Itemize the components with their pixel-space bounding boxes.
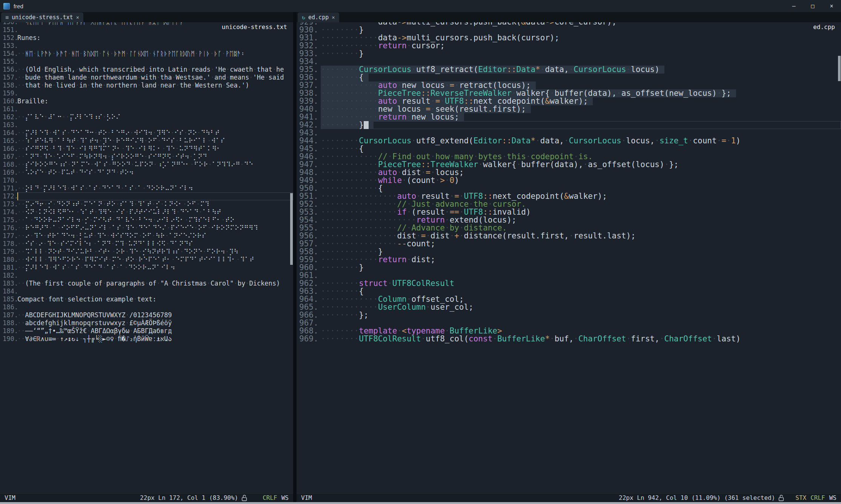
code-line[interactable]: 939.············auto·result·=·UTF8::next… [297, 97, 841, 105]
encoding-badge[interactable]: STX [795, 494, 806, 501]
eol-badge[interactable]: CRLF [263, 494, 277, 501]
code-line[interactable]: 966.········}; [297, 311, 841, 319]
code-line[interactable]: 176.··⠗⠑⠛⠜⠙·⠁·⠊⠕⠋⠋⠔⠤⠝⠁⠊⠇·⠁⠎·⠹⠑·⠙⠑⠁⠙⠑⠌·⠏⠊… [0, 224, 293, 232]
code-line[interactable]: 953.················if·(result·==·UTF8::… [297, 208, 841, 216]
vertical-scrollbar-thumb[interactable] [290, 193, 293, 265]
code-line[interactable]: 173.··⡍⠔⠙⠖·⡊·⠙⠕⠝⠰⠞·⠍⠑⠁⠝·⠞⠕·⠎⠁⠹·⠹⠁⠞·⡊·⠅⠝⠪… [0, 200, 293, 208]
code-line[interactable]: 179.··⠩⠁⠇⠇·⠝⠕⠞·⠙⠊⠌⠥⠗⠃·⠊⠞⠂·⠕⠗·⠹⠑·⡊⠳⠝⠞⠗⠹⠰⠎… [0, 248, 293, 256]
code-line[interactable]: 932.············return·cursor; [297, 42, 841, 50]
code-line[interactable]: 933.········} [297, 50, 841, 58]
editor-ed-cpp[interactable]: ed.cpp 929.············data->multi_curso… [297, 22, 841, 493]
code-line[interactable]: 160.Braille: [0, 97, 293, 105]
tab-unicode-stress-txt[interactable]: ≡ unicode-stress.txt × [1, 12, 83, 22]
code-line[interactable]: 178.··⠊⠎·⠔·⠹⠑·⠎⠊⠍⠊⠇⠑⠆·⠁⠝⠙·⠍⠹·⠥⠝⠙⠁⠇⠇⠪⠫·⠙⠁… [0, 240, 293, 248]
code-line[interactable]: 174.··⠪⠝·⠅⠝⠪⠇⠫⠛⠑⠂·⠱⠁⠞·⠹⠻⠑·⠊⠎·⠏⠜⠞⠊⠊⠥⠇⠜⠇⠹·… [0, 208, 293, 216]
code-line[interactable]: 164.··⡍⠜⠇⠑⠹·⠺⠁⠎·⠙⠑⠁⠙⠒·⠞⠕·⠃⠑⠛⠔·⠺⠊⠹⠲·⡹⠻⠑·⠊… [0, 129, 293, 137]
tab-close-icon[interactable]: × [332, 14, 335, 20]
code-line[interactable]: 182. [0, 272, 293, 280]
minimize-button[interactable]: — [784, 0, 803, 12]
code-line[interactable]: 158.··that·he·lived·in·the·northern·land… [0, 81, 293, 89]
code-line[interactable]: 180.··⠺⠊⠇⠇·⠹⠻⠑⠋⠕⠗⠑·⠏⠻⠍⠊⠞·⠍⠑·⠞⠕·⠗⠑⠏⠑⠁⠞⠂·⠑… [0, 256, 293, 264]
horizontal-scrollbar[interactable] [0, 502, 841, 504]
code-line[interactable]: 944.········CursorLocus·utf8_extend(Edit… [297, 137, 841, 145]
code-line[interactable]: 940.············new_locus·=·seek(result.… [297, 105, 841, 113]
code-line[interactable]: 954.····················return·extend(lo… [297, 216, 841, 224]
code-line[interactable]: 186. [0, 303, 293, 311]
code-line[interactable]: 183.··(The·first·couple·of·paragraphs·of… [0, 280, 293, 287]
code-line[interactable]: 170. [0, 177, 293, 184]
code-line[interactable]: 930.········} [297, 26, 841, 34]
maximize-button[interactable]: □ [803, 0, 822, 12]
code-line[interactable]: 163. [0, 121, 293, 129]
titlebar[interactable]: fred — □ × [0, 0, 841, 12]
code-line[interactable]: 185.Compact·font·selection·example·text: [0, 295, 293, 303]
code-line[interactable]: 162.··⡌⠁⠧⠑·⠼⠁⠒··⡍⠜⠇⠑⠹⠰⠎·⡣⠕⠌ [0, 113, 293, 121]
code-line[interactable]: 161. [0, 105, 293, 113]
code-line[interactable]: 165.··⠱⠁⠞⠑⠧⠻·⠁⠃⠳⠞·⠹⠁⠞⠲·⡹⠑·⠗⠑⠛⠊⠌⠻·⠕⠋·⠙⠊⠎·… [0, 137, 293, 145]
editor-unicode-stress[interactable]: unicode-stress.txt 150.··ᛋᚳᛖᚪᛚ᛫ᚦᛖᚪᚻ᛫ᛗᚪᚾᚾ… [0, 22, 293, 493]
code-line[interactable]: 948.············auto·dist·=·locus; [297, 169, 841, 177]
code-line[interactable]: 937.············auto·new_locus·=·retract… [297, 81, 841, 89]
code-line[interactable]: 169.··⠡⠕⠎⠑·⠞⠕·⠏⠥⠞·⠙⠊⠎·⠙⠁⠝⠙·⠞⠕⠲ [0, 169, 293, 177]
code-line[interactable]: 969.········UTF8ColResult·utf8_col(const… [297, 335, 841, 343]
code-line[interactable]: 154.··ᚻᛖ·ᚳᚹᚫᚦ·ᚦᚫᛏ·ᚻᛖ·ᛒᚢᛞᛖ·ᚩᚾ·ᚦᚫᛗ·ᛚᚪᚾᛞᛖ·ᚾ… [0, 50, 293, 58]
code-line[interactable]: 963.········{ [297, 287, 841, 295]
code-line[interactable]: 967. [297, 319, 841, 327]
code-line[interactable]: 931.············data->multi_cursors.push… [297, 34, 841, 42]
whitespace-badge[interactable]: WS [829, 494, 836, 501]
code-line[interactable]: 960.········} [297, 264, 841, 272]
code-line[interactable]: 955.················//·Advance·by·distan… [297, 224, 841, 232]
code-line[interactable]: 942.········} [297, 121, 841, 129]
code-line[interactable]: 946.············//·Find·out·how·many·byt… [297, 153, 841, 161]
code-line[interactable]: 190.··∀∂∈ℝ∧∪≡∞·↑↗↨↻⇣·┐┼╔╘░►☺♀·ﬁ�⑀₂ἠḂӥẄɐː… [0, 335, 293, 343]
whitespace-dot: · [340, 334, 345, 343]
code-line[interactable]: 157.··bude·thaem·lande·northweardum·with… [0, 74, 293, 81]
code-line[interactable]: 934. [297, 58, 841, 66]
code-line[interactable]: 968.········template·<typename·BufferLik… [297, 327, 841, 335]
code-line[interactable]: 956.················dist·=·dist·+·distan… [297, 232, 841, 240]
code-line[interactable]: 950.············{ [297, 184, 841, 192]
code-line[interactable]: 189.··–—‘“”„†•…‰™œŠŸž€·ΑΒΓΔΩαβγδω·АБВГДа… [0, 327, 293, 335]
code-line[interactable]: 941.············return·new_locus; [297, 113, 841, 121]
code-line[interactable]: 172. [0, 192, 293, 200]
code-line[interactable]: 155. [0, 58, 293, 66]
code-line[interactable]: 159. [0, 89, 293, 97]
code-line[interactable]: 152.Runes: [0, 34, 293, 42]
close-button[interactable]: × [822, 0, 841, 12]
code-line[interactable]: 187.··ABCDEFGHIJKLMNOPQRSTUVWXYZ·/012345… [0, 311, 293, 319]
code-line[interactable]: 951.················auto·result·=·UTF8::… [297, 192, 841, 200]
whitespace-badge[interactable]: WS [281, 494, 289, 501]
code-line[interactable]: 958.············} [297, 248, 841, 256]
code-line[interactable]: 935.········CursorLocus·utf8_retract(Edi… [297, 66, 841, 74]
code-line[interactable]: 929.············data->multi_cursors.push… [297, 22, 841, 26]
tab-close-icon[interactable]: × [76, 14, 79, 20]
code-line[interactable]: 175.··⠁·⠙⠕⠕⠗⠤⠝⠁⠊⠇⠲·⡊·⠍⠊⠣⠞·⠙⠁⠧⠑·⠃⠑⠲·⠔⠊⠇⠔⠫… [0, 216, 293, 224]
code-line[interactable]: 936.········{ [297, 74, 841, 81]
code-line[interactable]: 964.············Column·offset_col; [297, 295, 841, 303]
code-line[interactable]: 961. [297, 272, 841, 280]
code-line[interactable]: 957.················--count; [297, 240, 841, 248]
code-line[interactable]: 166.··⠎⠊⠛⠝⠫·⠃⠹·⠹⠑·⠊⠇⠻⠛⠹⠍⠁⠝⠂·⠹⠑·⠊⠇⠻⠅⠂·⠹⠑·… [0, 145, 293, 153]
code-line[interactable]: 177.··⠔·⠹⠑·⠞⠗⠁⠙⠑⠲·⡃⠥⠞·⠹⠑·⠺⠊⠎⠙⠕⠍·⠕⠋·⠳⠗·⠁⠝… [0, 232, 293, 240]
code-line[interactable]: 949.············while·(count·>·0) [297, 177, 841, 184]
code-line[interactable]: 943. [297, 129, 841, 137]
code-line[interactable]: 945.········{ [297, 145, 841, 153]
code-line[interactable]: 168.··⡎⠊⠗⠕⠕⠛⠑⠰⠎·⠝⠁⠍⠑·⠺⠁⠎·⠛⠕⠕⠙·⠥⠏⠕⠝·⠰⡡⠁⠝⠛… [0, 161, 293, 169]
code-line[interactable]: 167.··⠁⠝⠙·⠹⠑·⠡⠊⠑⠋·⠍⠳⠗⠝⠻⠲·⡎⠊⠗⠕⠕⠛⠑·⠎⠊⠛⠝⠫·⠊… [0, 153, 293, 161]
tab-ed-cpp[interactable]: ↻ ed.cpp × [298, 12, 339, 22]
code-line[interactable]: 959.············return·dist; [297, 256, 841, 264]
code-line[interactable]: 153. [0, 42, 293, 50]
code-line[interactable]: 188.··abcdefghijklmnopqrstuvwxyz·£©µÀÆÖÞ… [0, 319, 293, 327]
code-line[interactable]: 952.················//·Just·advance·the·… [297, 200, 841, 208]
code-line[interactable]: 962.········struct·UTF8ColResult [297, 280, 841, 287]
code-line[interactable]: 184. [0, 287, 293, 295]
code-line[interactable]: 938.············PieceTree::ReverseTreeWa… [297, 89, 841, 97]
code-line[interactable]: 171.··⡕⠇⠙·⡍⠜⠇⠑⠹·⠺⠁⠎·⠁⠎·⠙⠑⠁⠙·⠁⠎·⠁·⠙⠕⠕⠗⠤⠝⠁… [0, 184, 293, 192]
vertical-scrollbar-thumb[interactable] [838, 56, 841, 81]
eol-badge[interactable]: CRLF [810, 494, 825, 501]
pane-divider[interactable] [293, 12, 297, 502]
code-line[interactable]: 156.··(Old·English,·which·transcribed·in… [0, 66, 293, 74]
code-line[interactable]: 181.··⡍⠜⠇⠑⠹·⠺⠁⠎·⠁⠎·⠙⠑⠁⠙·⠁⠎·⠁·⠙⠕⠕⠗⠤⠝⠁⠊⠇⠲ [0, 264, 293, 272]
code-line[interactable]: 965.············UserColumn·user_col; [297, 303, 841, 311]
code-line[interactable]: 947.············PieceTree::TreeWalker·wa… [297, 161, 841, 169]
